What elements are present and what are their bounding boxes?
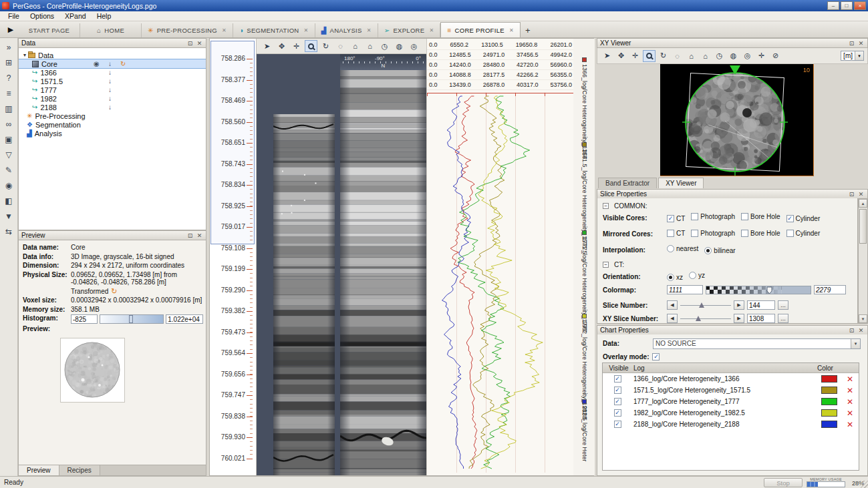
title-bar[interactable]: PerGeos - CoreProfile-HeterogeneityLogs.… (0, 0, 868, 11)
xy-slice-image[interactable] (660, 64, 814, 176)
chevron-down-icon[interactable]: ▾ (851, 339, 860, 348)
color-swatch[interactable] (821, 398, 837, 405)
xy-slice-next-button[interactable]: ▶ (734, 314, 744, 323)
colormap-max-input[interactable]: 2279 (814, 285, 846, 294)
select-arrow-icon[interactable]: ➤ (261, 40, 273, 52)
tab-pre-processing[interactable]: ✳PRE-PROCESSING✕ (142, 23, 233, 37)
download-icon[interactable]: ↓ (108, 77, 112, 85)
log-table-row[interactable]: ✓1982_log/Core Heterogeneity_1982.5✕ (603, 407, 859, 419)
close-button[interactable]: × (854, 1, 866, 10)
menu-options[interactable]: Options (25, 12, 59, 20)
globe-back-icon[interactable]: ◎ (408, 40, 420, 52)
xy-slice-more-button[interactable]: ... (778, 314, 788, 323)
slice-number-slider[interactable] (680, 300, 731, 310)
slice-next-button[interactable]: ▶ (734, 300, 744, 310)
dock-icon[interactable]: ⊡ (186, 40, 194, 47)
radio-xz[interactable] (667, 274, 674, 281)
layers-icon[interactable]: ≡ (2, 86, 16, 100)
menu-xpand[interactable]: XPand (59, 12, 92, 20)
play-button[interactable]: ▶ (3, 23, 19, 36)
color-swatch[interactable] (821, 421, 837, 428)
tab-close-icon[interactable]: ✕ (429, 27, 434, 33)
radio-bilinear[interactable] (704, 247, 712, 254)
zoom-icon[interactable] (305, 40, 317, 52)
history-icon[interactable]: ◷ (713, 50, 726, 62)
checkbox-photograph[interactable] (691, 230, 698, 237)
tab-xy-viewer[interactable]: XY Viewer (658, 178, 704, 188)
lasso-icon[interactable]: ◌ (671, 50, 684, 62)
probe-icon[interactable]: ✛ (755, 50, 768, 62)
tab-preview[interactable]: Preview (19, 465, 59, 475)
collapse-icon[interactable]: − (603, 262, 609, 268)
maximize-button[interactable]: □ (841, 1, 853, 10)
tab-close-icon[interactable]: ✕ (509, 27, 514, 33)
data-table-icon[interactable]: ⊞ (2, 55, 16, 69)
data-panel-header[interactable]: Data ⊡ ✕ (18, 38, 206, 48)
close-icon[interactable]: ✕ (196, 232, 203, 239)
radio-nearest[interactable] (667, 245, 674, 252)
tree-item-analysis[interactable]: ▟Analysis (19, 129, 206, 138)
download-icon[interactable]: ↓ (108, 85, 112, 94)
option-bilinear[interactable]: bilinear (704, 247, 735, 254)
annotate-icon[interactable]: ✎ (2, 163, 16, 177)
globe-front-icon[interactable]: ◍ (393, 40, 406, 52)
log-table-row[interactable]: ✓1777_log/Core Heterogeneity_1777✕ (603, 396, 859, 407)
depth-ruler[interactable]: 758.286758.377758.469758.560758.651758.7… (210, 39, 257, 475)
select-arrow-icon[interactable]: ➤ (601, 50, 613, 62)
tab-recipes[interactable]: Recipes (59, 465, 100, 475)
lasso-icon[interactable]: ◌ (334, 40, 347, 52)
preview-image[interactable] (60, 338, 125, 403)
tree-item-1571-5[interactable]: ↪1571.5↓ (19, 77, 206, 85)
chart-properties-header[interactable]: Chart Properties ⊡ ✕ (597, 325, 868, 335)
log-curves-chart[interactable] (427, 92, 574, 473)
slider-handle[interactable] (696, 316, 701, 321)
close-icon[interactable]: ✕ (196, 40, 203, 47)
move-icon[interactable]: ✛ (629, 50, 641, 62)
log-table-row[interactable]: ✓1571.5_log/Core Heterogeneity_1571.5✕ (603, 385, 859, 396)
xy-slice-prev-button[interactable]: ◀ (667, 314, 678, 323)
slice-number-input[interactable]: 144 (747, 300, 775, 310)
download-icon[interactable]: ↓ (108, 68, 112, 77)
overlay-mode-checkbox[interactable]: ✓ (652, 353, 660, 360)
add-tab-button[interactable]: + (521, 23, 535, 37)
option-bore-hole[interactable]: Bore Hole (741, 213, 780, 220)
log-table-row[interactable]: ✓2188_log/Core Heterogeneity_2188✕ (603, 419, 859, 430)
tab-analysis[interactable]: ▟ANALYSIS✕ (315, 23, 378, 37)
eye-icon[interactable]: ◉ (2, 178, 16, 192)
tab-close-icon[interactable]: ✕ (222, 27, 227, 33)
download-icon[interactable]: ↓ (108, 94, 112, 103)
home-icon[interactable]: ⌂ (349, 40, 361, 52)
histogram-min-input[interactable]: -825 (71, 314, 98, 324)
checkbox-bore-hole[interactable] (741, 230, 748, 237)
histogram-icon[interactable]: ▥ (2, 101, 16, 115)
help-icon[interactable]: ? (2, 71, 16, 85)
common-section-header[interactable]: − COMMON: (603, 200, 855, 211)
dock-icon[interactable]: ⊡ (848, 40, 855, 47)
home-set-icon[interactable]: ⌂ (364, 40, 376, 52)
preview-panel-header[interactable]: Preview ⊡ ✕ (18, 230, 206, 240)
delete-log-icon[interactable]: ✕ (847, 421, 853, 429)
transform-icon[interactable]: ↻ (120, 59, 126, 68)
log-table-row[interactable]: ✓1366_log/Core Heterogeneity_1366✕ (603, 373, 859, 385)
tab-close-icon[interactable]: ✕ (304, 27, 309, 33)
camera-icon[interactable]: ▣ (2, 132, 16, 146)
tab-close-icon[interactable]: ✕ (367, 27, 372, 33)
tab-segmentation[interactable]: ◑SEGMENTATION✕ (233, 23, 315, 37)
download-icon[interactable]: ↓ (108, 59, 112, 68)
slice-properties-scrollbar[interactable]: ▲ ▼ (858, 198, 868, 324)
tab-explore[interactable]: ➢EXPLORE✕ (378, 23, 441, 37)
checkbox-ct[interactable]: ✓ (667, 215, 674, 222)
dock-icon[interactable]: ⊡ (186, 232, 194, 239)
slice-more-button[interactable]: ... (778, 300, 788, 310)
tab-home[interactable]: ⌂HOME (80, 23, 142, 37)
move-icon[interactable]: ✛ (290, 40, 303, 52)
option-yz[interactable]: yz (689, 272, 705, 279)
delete-log-icon[interactable]: ✕ (847, 398, 853, 406)
xy-slice-number-slider[interactable] (680, 314, 731, 323)
pan-hand-icon[interactable]: ✥ (615, 50, 627, 62)
histogram-max-input[interactable]: 1.022e+04 (166, 314, 203, 324)
delete-log-icon[interactable]: ✕ (847, 375, 853, 383)
option-xz[interactable]: xz (667, 274, 683, 281)
tree-item-core[interactable]: Core◉↓↻ (19, 59, 206, 68)
tree-item-1777[interactable]: ↪1777↓ (19, 85, 206, 94)
